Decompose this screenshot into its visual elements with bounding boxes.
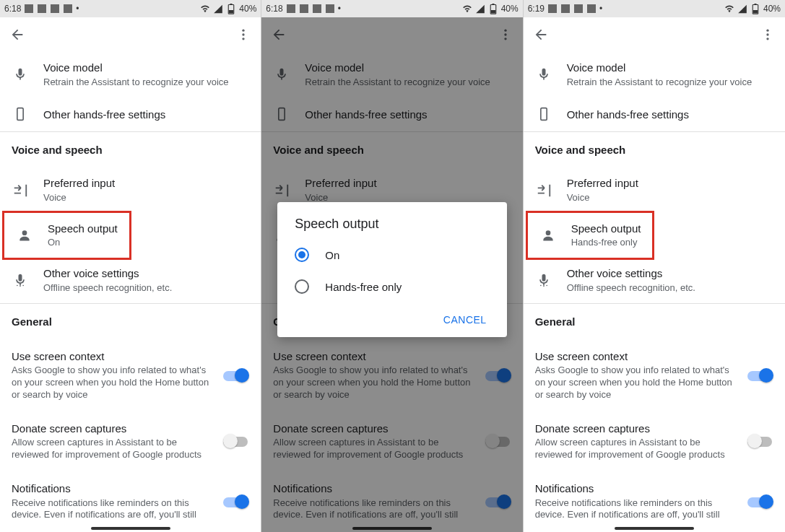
svg-rect-32 [574, 4, 583, 13]
speech-output-row[interactable]: Speech outputOn [4, 213, 129, 258]
donate-screen-captures-row[interactable]: Donate screen capturesAllow screen captu… [524, 411, 785, 471]
back-button[interactable] [532, 26, 550, 43]
signal-icon [475, 4, 485, 14]
preferred-input-row-title: Preferred input [567, 176, 773, 191]
donate-screen-captures-row[interactable]: Donate screen capturesAllow screen captu… [0, 411, 261, 471]
radio-option-on-label: On [325, 249, 339, 261]
use-screen-context-row-title: Use screen context [12, 349, 216, 364]
notifications-row[interactable]: NotificationsReceive notifications like … [0, 471, 261, 531]
svg-point-8 [243, 33, 245, 35]
status-more-dot: • [76, 4, 79, 14]
app-bar [524, 17, 785, 52]
svg-rect-21 [491, 10, 495, 14]
other-voice-settings-row-title: Other voice settings [43, 266, 249, 281]
gesture-nav-indicator [615, 527, 694, 530]
notifications-row-title: Notifications [535, 481, 740, 496]
voice-model-row[interactable]: Voice modelRetrain the Assistant to reco… [524, 52, 785, 97]
status-app-icon [325, 4, 335, 14]
back-button[interactable] [9, 26, 26, 43]
status-app-icon [63, 4, 73, 14]
status-app-icon [573, 4, 584, 14]
speech-output-dialog: Speech outputOnHands-free onlyCANCEL [277, 202, 506, 337]
preferred-input-row[interactable]: Preferred inputVoice [524, 167, 785, 212]
svg-rect-30 [548, 4, 557, 13]
status-bar: 6:18 •40% [261, 0, 522, 17]
voice-and-speech-header: Voice and speech [0, 132, 261, 167]
speech-output-row-subtitle: On [48, 237, 118, 249]
other-voice-settings-row[interactable]: Other voice settingsOffline speech recog… [524, 258, 785, 302]
donate-screen-captures-row-switch[interactable] [747, 434, 773, 448]
dialog-cancel-button[interactable]: CANCEL [435, 308, 495, 331]
svg-point-9 [243, 38, 245, 40]
input-icon [535, 182, 552, 199]
svg-rect-5 [230, 4, 233, 5]
svg-rect-16 [300, 4, 308, 13]
notifications-row-title: Notifications [12, 481, 216, 496]
use-screen-context-row[interactable]: Use screen contextAsks Google to show yo… [0, 339, 261, 411]
radio-option-handsfree[interactable]: Hands-free only [277, 271, 506, 302]
donate-screen-captures-row-title: Donate screen captures [535, 422, 740, 436]
status-app-icon [299, 4, 309, 14]
svg-rect-17 [313, 4, 321, 13]
other-hands-free-row[interactable]: Other hands-free settings [524, 97, 785, 131]
svg-rect-35 [754, 4, 756, 5]
use-screen-context-row-switch[interactable] [747, 368, 773, 383]
svg-point-12 [17, 285, 18, 287]
other-voice-settings-row[interactable]: Other voice settingsOffline speech recog… [0, 258, 261, 302]
svg-point-39 [766, 38, 768, 40]
status-battery: 40% [763, 4, 781, 14]
svg-rect-2 [51, 4, 59, 13]
person-icon [16, 227, 33, 244]
status-battery: 40% [239, 4, 256, 14]
donate-screen-captures-row-subtitle: Allow screen captures in Assistant to be… [535, 437, 740, 461]
gesture-nav-indicator [91, 527, 170, 530]
input-icon [12, 182, 29, 199]
general-header: General [0, 304, 261, 339]
svg-rect-33 [587, 4, 596, 13]
other-hands-free-row-title: Other hands-free settings [567, 108, 773, 122]
status-time: 6:19 [528, 4, 545, 14]
voice-model-row-subtitle: Retrain the Assistant to recognize your … [43, 77, 249, 89]
donate-screen-captures-row-subtitle: Allow screen captures in Assistant to be… [12, 437, 216, 461]
signal-icon [213, 4, 223, 14]
speech-output-row-title: Speech output [571, 222, 641, 236]
use-screen-context-row-subtitle: Asks Google to show you info related to … [535, 365, 740, 401]
wifi-icon [462, 4, 472, 14]
svg-rect-40 [540, 108, 546, 121]
radio-option-handsfree-label: Hands-free only [325, 281, 402, 293]
radio-option-on[interactable]: On [277, 239, 506, 271]
speech-output-row-subtitle: Hands-free only [571, 237, 641, 249]
notifications-row-switch[interactable] [223, 494, 249, 509]
highlight-box: Speech outputHands-free only [526, 211, 655, 260]
status-time: 6:18 [4, 4, 21, 14]
voice-model-row[interactable]: Voice modelRetrain the Assistant to reco… [0, 52, 261, 97]
voice-and-speech-header: Voice and speech [524, 132, 785, 167]
preferred-input-row[interactable]: Preferred inputVoice [0, 167, 261, 212]
highlight-box: Speech outputOn [2, 211, 131, 260]
svg-rect-6 [229, 10, 233, 14]
overflow-menu-button[interactable] [235, 26, 252, 43]
overflow-menu-button[interactable] [759, 26, 776, 43]
app-bar [0, 17, 261, 52]
voice-settings-icon [12, 271, 29, 289]
other-voice-settings-row-title: Other voice settings [567, 266, 773, 281]
svg-rect-10 [17, 108, 23, 121]
radio-icon [295, 279, 309, 294]
donate-screen-captures-row-switch[interactable] [223, 434, 249, 448]
use-screen-context-row[interactable]: Use screen contextAsks Google to show yo… [524, 339, 785, 411]
notifications-row-switch[interactable] [747, 494, 773, 509]
other-voice-settings-row-subtitle: Offline speech recognition, etc. [567, 282, 773, 295]
use-screen-context-row-switch[interactable] [223, 368, 249, 383]
speech-output-row[interactable]: Speech outputHands-free only [528, 213, 653, 258]
general-header: General [524, 304, 785, 339]
use-screen-context-row-subtitle: Asks Google to show you info related to … [12, 365, 216, 401]
device-icon [12, 105, 29, 123]
status-more-dot: • [599, 4, 602, 14]
dialog-title: Speech output [277, 217, 506, 239]
status-time: 6:18 [266, 4, 282, 14]
other-hands-free-row-title: Other hands-free settings [43, 108, 249, 122]
voice-model-row-title: Voice model [43, 61, 249, 75]
notifications-row[interactable]: NotificationsReceive notifications like … [524, 471, 785, 531]
person-icon [539, 227, 557, 244]
other-hands-free-row[interactable]: Other hands-free settings [0, 97, 261, 131]
